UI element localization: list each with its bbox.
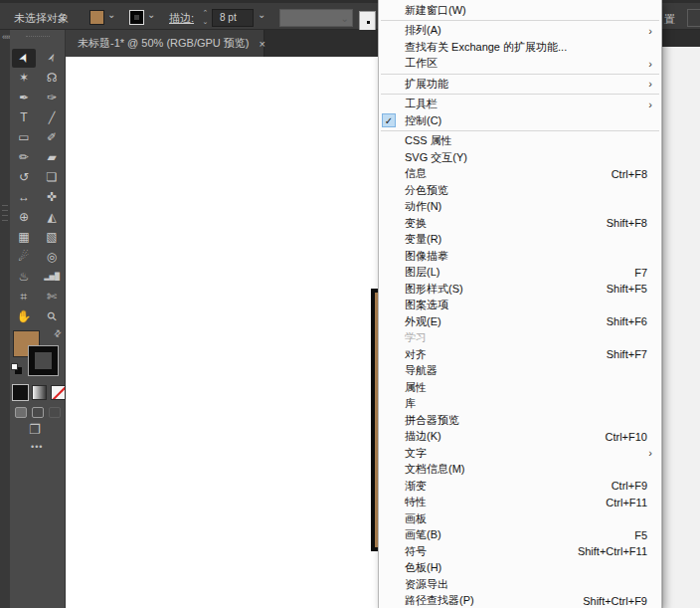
menu-item[interactable]: 对齐Shift+F7 (379, 346, 661, 363)
menu-item[interactable]: CSS 属性 (379, 133, 661, 150)
puppet-warp-tool[interactable]: ✜ (40, 188, 64, 207)
menu-item[interactable]: 图形样式(S)Shift+F5 (379, 281, 661, 298)
stroke-weight-input[interactable]: 8 pt (212, 9, 254, 27)
stepper-up-icon[interactable]: ⌃ (203, 9, 209, 16)
draw-normal-button[interactable] (15, 407, 27, 418)
menu-item[interactable]: 新建窗口(W) (379, 2, 661, 19)
brush-definition-swatch[interactable] (359, 11, 376, 32)
menu-item[interactable]: 导航器 (379, 363, 661, 380)
rotate-tool[interactable]: ↺ (12, 168, 36, 187)
submenu-arrow-icon: › (648, 99, 652, 110)
color-mode-fill-button[interactable] (13, 385, 28, 400)
collapse-toolbar-icon[interactable]: «« (2, 32, 10, 42)
menu-item[interactable]: 图像描摹 (379, 248, 661, 265)
menu-item[interactable]: 扩展功能› (379, 76, 661, 93)
menu-item-label: 图层(L) (405, 265, 439, 280)
swap-fill-stroke-icon[interactable]: ⇄ (52, 327, 64, 339)
menu-item[interactable]: 路径查找器(P)Shift+Ctrl+F9 (379, 593, 661, 608)
menu-item[interactable]: 色板(H) (379, 560, 661, 577)
menu-item[interactable]: 动作(N) (379, 199, 661, 216)
menu-item[interactable]: 排列(A)› (379, 23, 661, 40)
paintbrush-tool[interactable]: ✐ (40, 128, 64, 147)
zoom-tool[interactable]: ⚲ (40, 307, 64, 326)
lasso-tool[interactable]: ☊ (40, 69, 64, 88)
shape-builder-tool[interactable]: ⊕ (12, 208, 36, 227)
direct-selection-tool[interactable]: ➣ (40, 49, 64, 68)
menu-item[interactable]: 变换Shift+F8 (379, 215, 661, 232)
menu-separator (381, 94, 659, 95)
edit-toolbar-button[interactable]: ••• (31, 442, 43, 452)
document-tab[interactable]: 未标题-1* @ 50% (RGB/GPU 预览) × (66, 30, 264, 57)
type-tool[interactable]: T (12, 108, 36, 127)
menu-item[interactable]: ✓控制(C) (379, 112, 661, 129)
symbol-sprayer-tool[interactable]: ♨ (12, 268, 36, 287)
document-tab-title: 未标题-1* @ 50% (RGB/GPU 预览) (78, 36, 250, 51)
stroke-panel-link[interactable]: 描边: (169, 11, 194, 26)
mesh-tool[interactable]: ▦ (12, 228, 36, 247)
toolbar-drag-grip[interactable] (26, 36, 50, 38)
menu-item[interactable]: 画笔(B)F5 (379, 527, 661, 544)
color-mode-none-button[interactable] (51, 385, 66, 400)
menu-item[interactable]: 查找有关 Exchange 的扩展功能... (379, 39, 661, 56)
fill-color-swatch[interactable] (89, 10, 104, 25)
rectangle-tool[interactable]: ▭ (12, 128, 36, 147)
menu-item[interactable]: 画板 (379, 510, 661, 527)
menu-item[interactable]: 拼合器预览 (379, 412, 661, 429)
perspective-grid-tool[interactable]: ◭ (40, 208, 64, 227)
menu-item[interactable]: 文字› (379, 445, 661, 462)
menu-item[interactable]: 描边(K)Ctrl+F10 (379, 429, 661, 446)
menu-item-shortcut: F5 (634, 529, 653, 541)
menu-item[interactable]: 图案选项 (379, 298, 661, 314)
menu-item[interactable]: 变量(R) (379, 232, 661, 249)
eraser-tool[interactable]: ▰ (40, 148, 64, 167)
menu-item[interactable]: 工具栏› (379, 97, 661, 113)
menu-item[interactable]: 文档信息(M) (379, 462, 661, 479)
fill-chevron-icon[interactable]: ⌄ (107, 9, 115, 20)
stroke-color-swatch[interactable] (129, 10, 144, 25)
right-panel-dock[interactable] (662, 47, 700, 608)
pen-tool[interactable]: ✒ (12, 89, 36, 107)
menu-item[interactable]: 库 (379, 396, 661, 413)
menu-item[interactable]: 属性 (379, 379, 661, 396)
default-fill-stroke-icon[interactable] (11, 363, 22, 374)
color-mode-gradient-button[interactable] (32, 385, 47, 400)
hand-tool[interactable]: ✋ (12, 307, 36, 326)
menu-separator (381, 130, 659, 131)
gradient-tool[interactable]: ▧ (40, 228, 64, 247)
eyedropper-tool[interactable]: ☄ (12, 248, 36, 267)
menu-item[interactable]: 信息Ctrl+F8 (379, 166, 661, 183)
menu-item[interactable]: 工作区› (379, 56, 661, 73)
toolbar-stroke-swatch[interactable] (29, 346, 58, 375)
column-graph-tool[interactable]: ▂▅█ (40, 268, 64, 287)
scale-tool[interactable]: ❏ (40, 168, 64, 187)
menu-item[interactable]: 特性Ctrl+F11 (379, 495, 661, 511)
dock-grip-handle[interactable] (2, 201, 8, 225)
stroke-weight-chevron-icon[interactable]: ⌄ (258, 9, 265, 20)
artboard-tool[interactable]: ⌗ (12, 288, 36, 306)
menu-item[interactable]: 符号Shift+Ctrl+F11 (379, 543, 661, 560)
selection-tool[interactable]: ➤ (12, 49, 36, 68)
stepper-down-icon[interactable]: ⌄ (203, 18, 209, 25)
stroke-weight-stepper[interactable]: ⌃ ⌄ (201, 8, 210, 28)
curvature-tool-icon: ✑ (47, 91, 57, 104)
menu-item[interactable]: SVG 交互(Y) (379, 149, 661, 166)
menu-item[interactable]: 分色预览 (379, 182, 661, 199)
pencil-tool[interactable]: ✏ (12, 148, 36, 167)
menu-item[interactable]: 图层(L)F7 (379, 265, 661, 282)
settings-button-partial[interactable]: 置 (664, 12, 675, 27)
line-segment-tool[interactable]: ╱ (40, 108, 64, 127)
close-tab-icon[interactable]: × (260, 38, 265, 50)
menu-item[interactable]: 外观(E)Shift+F6 (379, 313, 661, 330)
app-bar-button-partial[interactable] (687, 9, 700, 27)
magic-wand-tool[interactable]: ✶ (12, 69, 36, 88)
curvature-tool[interactable]: ✑ (40, 89, 64, 107)
menu-item[interactable]: 渐变Ctrl+F9 (379, 478, 661, 495)
draw-behind-button[interactable] (32, 407, 44, 418)
blend-tool[interactable]: ◎ (40, 248, 64, 267)
width-tool[interactable]: ↔ (12, 188, 36, 207)
stroke-chevron-icon[interactable]: ⌄ (147, 9, 155, 20)
menu-item[interactable]: 资源导出 (379, 576, 661, 593)
draw-inside-button (49, 407, 61, 418)
slice-tool[interactable]: ✄ (40, 288, 64, 306)
screen-mode-icon[interactable]: ❐ (29, 422, 41, 437)
